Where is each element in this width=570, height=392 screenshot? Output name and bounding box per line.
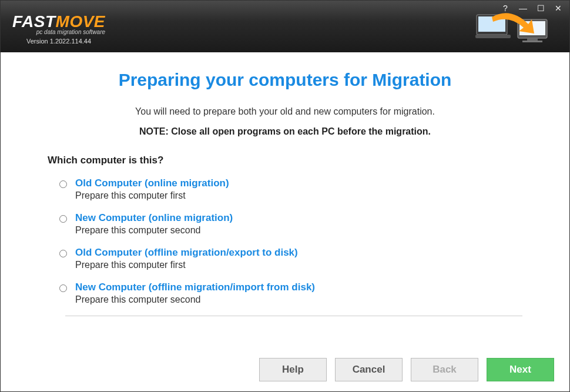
option-new-offline[interactable]: New Computer (offline migration/import f… [59, 281, 522, 306]
content-area: Preparing your computers for Migration Y… [1, 52, 569, 347]
svg-rect-6 [522, 41, 542, 42]
svg-rect-2 [475, 35, 511, 38]
radio-new-offline[interactable] [59, 284, 67, 292]
option-desc: Prepare this computer second [75, 294, 522, 306]
logo-fast: FAST [12, 12, 56, 31]
option-new-online[interactable]: New Computer (online migration) Prepare … [59, 212, 522, 237]
option-desc: Prepare this computer first [75, 259, 522, 272]
option-desc: Prepare this computer first [75, 190, 522, 202]
close-icon[interactable]: ✕ [553, 4, 564, 12]
radio-new-online[interactable] [59, 215, 67, 223]
question-label: Which computer is this? [48, 155, 522, 166]
radio-old-offline[interactable] [59, 250, 67, 257]
cancel-button[interactable]: Cancel [335, 358, 403, 381]
option-title: Old Computer (online migration) [75, 177, 522, 190]
option-title: Old Computer (offline migration/export t… [75, 246, 522, 259]
intro-text: You will need to prepare both your old a… [48, 106, 522, 117]
option-desc: Prepare this computer second [75, 225, 522, 237]
next-button[interactable]: Next [487, 358, 554, 381]
option-title: New Computer (offline migration/import f… [75, 281, 522, 294]
options-group: Old Computer (online migration) Prepare … [48, 177, 522, 306]
svg-rect-5 [527, 38, 538, 41]
option-old-offline[interactable]: Old Computer (offline migration/export t… [59, 246, 522, 272]
help-button[interactable]: Help [259, 358, 327, 381]
logo-block: FASTMOVE pc data migration software Vers… [12, 9, 105, 45]
footer: Help Cancel Back Next [1, 347, 569, 391]
logo-move: MOVE [56, 12, 105, 31]
option-title: New Computer (online migration) [75, 212, 522, 225]
titlebar: ? — ☐ ✕ FASTMOVE pc data migration softw… [1, 1, 569, 52]
app-logo: FASTMOVE [12, 14, 105, 30]
back-button[interactable]: Back [411, 358, 478, 381]
migration-art-icon [475, 11, 552, 46]
option-old-online[interactable]: Old Computer (online migration) Prepare … [59, 177, 522, 202]
divider [65, 316, 522, 316]
note-text: NOTE: Close all open programs on each PC… [48, 126, 522, 137]
radio-old-online[interactable] [59, 180, 67, 188]
page-title: Preparing your computers for Migration [48, 70, 522, 90]
version-label: Version 1.2022.114.44 [12, 38, 105, 45]
